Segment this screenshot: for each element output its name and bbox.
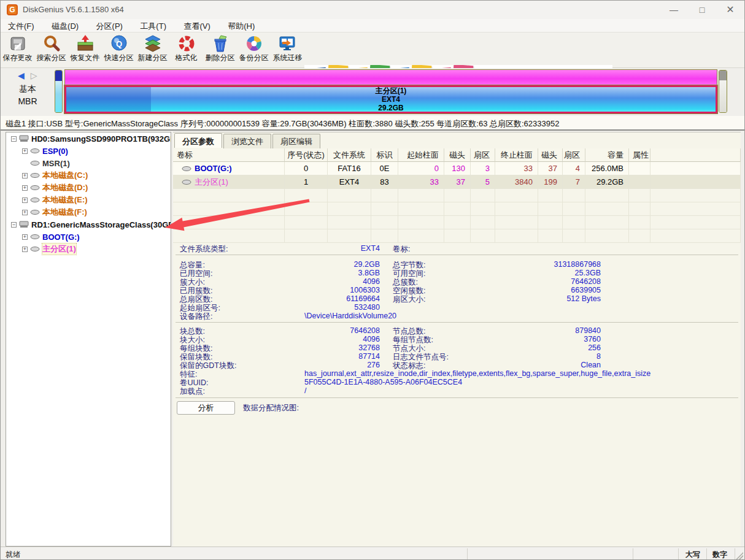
detail-row-uuid: 卷UUID: 5F055C4D-1E1A-4880-A595-A06F04EC5… (173, 378, 741, 386)
col-capacity[interactable]: 容量 (585, 148, 629, 162)
tree-item-esp[interactable]: + ESP(0) (6, 145, 171, 157)
system-migration-button[interactable]: 系统迁移 (271, 34, 304, 67)
tree-item-hd0[interactable]: − HD0:SamsungSSD990PRO1TB(932GB) (6, 132, 171, 145)
volume-icon (182, 166, 191, 172)
table-empty-row (173, 189, 741, 202)
col-start-sector[interactable]: 扇区 (471, 148, 495, 162)
tab-sector-edit[interactable]: 扇区编辑 (272, 134, 320, 148)
detail-value: 8 (480, 352, 601, 361)
tree-item-msr[interactable]: MSR(1) (6, 157, 171, 169)
detail-row-features: 特征: has_journal,ext_attr,resize_inode,di… (173, 369, 741, 378)
col-index-state[interactable]: 序号(状态) (285, 148, 328, 162)
cell-start-cylinder: 0 (398, 162, 444, 175)
volume-icon (30, 172, 40, 178)
col-end-head[interactable]: 磁头 (538, 148, 563, 162)
menu-file[interactable]: 文件(F) (1, 19, 42, 34)
col-attributes[interactable]: 属性 (629, 148, 650, 162)
tab-browse-files[interactable]: 浏览文件 (223, 134, 271, 148)
cell-start-sector: 5 (471, 175, 495, 189)
detail-value: 3.8GB (259, 269, 380, 277)
menu-disk[interactable]: 磁盘(D) (44, 19, 86, 34)
pinwheel-icon (245, 34, 263, 53)
tree-item-label: 本地磁盘(C:) (42, 170, 88, 181)
detail-value: 32768 (259, 343, 380, 352)
tree-item-boot-g[interactable]: + BOOT(G:) (6, 231, 171, 243)
save-changes-button[interactable]: 保存更改 (1, 34, 34, 67)
cell-filler (650, 175, 741, 189)
collapse-icon[interactable]: − (11, 222, 17, 228)
col-start-head[interactable]: 磁头 (444, 148, 471, 162)
tree-item-disk-d[interactable]: + 本地磁盘(D:) (6, 182, 171, 194)
col-volume-label[interactable]: 卷标 (173, 148, 285, 162)
col-filler (650, 148, 741, 162)
volume-icon (30, 209, 40, 215)
detail-value: 7646208 (480, 277, 601, 286)
detail-row-device-path: 设备路径: \Device\HarddiskVolume20 (173, 312, 741, 320)
col-end-cylinder[interactable]: 终止柱面 (495, 148, 538, 162)
tree-item-disk-f[interactable]: + 本地磁盘(F:) (6, 206, 171, 218)
quick-partition-button[interactable]: Q 快速分区 (102, 34, 136, 67)
table-header-row: 卷标 序号(状态) 文件系统 标识 起始柱面 磁头 扇区 终止柱面 磁头 扇区 … (173, 148, 741, 162)
save-icon (9, 34, 27, 53)
menu-view[interactable]: 查看(V) (176, 19, 217, 34)
expand-icon[interactable]: + (22, 198, 28, 203)
new-partition-button[interactable]: 新建分区 (136, 34, 169, 67)
next-disk-icon[interactable]: ▷ (31, 71, 37, 80)
collapse-icon[interactable]: − (11, 136, 17, 142)
disk-mode-basic: 基本 (1, 83, 55, 95)
detail-row-fs-type: 文件系统类型: EXT4 卷标: (173, 244, 741, 253)
col-filesystem[interactable]: 文件系统 (328, 148, 371, 162)
resize-grip[interactable] (736, 552, 743, 559)
backup-partition-button[interactable]: 备份分区 (237, 34, 271, 67)
expand-icon[interactable]: + (22, 210, 28, 215)
col-start-cylinder[interactable]: 起始柱面 (398, 148, 444, 162)
table-empty-row (173, 216, 741, 229)
expand-icon[interactable]: + (22, 173, 28, 178)
menu-help[interactable]: 帮助(H) (220, 19, 262, 34)
analyze-button[interactable]: 分析 (177, 401, 235, 415)
detail-value: 87714 (259, 352, 380, 361)
detail-row: 已用簇数: 1006303 空闲簇数: 6639905 (173, 286, 741, 294)
minimize-button[interactable]: — (660, 1, 688, 19)
partition-label: 主分区(1) EXT4 29.2GB (64, 85, 717, 113)
table-row-boot[interactable]: BOOT(G:) 0 FAT16 0E 0 130 3 33 37 4 256.… (173, 162, 741, 175)
tree-item-rd1[interactable]: − RD1:GenericMassStorageClass(30GB) (6, 218, 171, 231)
menu-tools[interactable]: 工具(T) (133, 19, 174, 34)
tree-item-disk-c[interactable]: + 本地磁盘(C:) (6, 169, 171, 182)
partition-block-boot[interactable] (55, 70, 63, 113)
tree-item-primary-partition[interactable]: + 主分区(1) (6, 243, 171, 255)
tree-item-disk-e[interactable]: + 本地磁盘(E:) (6, 194, 171, 206)
maximize-button[interactable]: □ (688, 1, 716, 19)
tab-partition-params[interactable]: 分区参数 (174, 133, 222, 148)
recover-files-button[interactable]: 恢复文件 (68, 34, 102, 67)
tree-item-label: 本地磁盘(D:) (42, 182, 88, 193)
col-id[interactable]: 标识 (371, 148, 398, 162)
expand-icon[interactable]: + (22, 234, 28, 240)
tree-item-label: 本地磁盘(F:) (42, 207, 87, 218)
col-end-sector[interactable]: 扇区 (563, 148, 585, 162)
menu-partition[interactable]: 分区(P) (89, 19, 130, 34)
disk-mode-label: 基本 MBR (1, 83, 55, 107)
partition-type-band (64, 69, 717, 85)
tree-item-label: ESP(0) (42, 147, 68, 156)
table-row-primary-partition[interactable]: 主分区(1) 1 EXT4 83 33 37 5 3840 199 7 29.2… (173, 175, 741, 189)
disk-nav: ◀ ▷ (18, 71, 37, 80)
separator (176, 397, 738, 398)
delete-partition-button[interactable]: 删除分区 (203, 34, 237, 67)
separator (176, 322, 738, 323)
expand-icon[interactable]: + (22, 185, 28, 191)
detail-value: EXT4 (259, 244, 380, 253)
detail-value: 7646208 (259, 326, 380, 335)
partition-block-main[interactable]: 主分区(1) EXT4 29.2GB (64, 69, 717, 113)
cell-end-sector: 4 (563, 162, 585, 175)
recover-icon (76, 34, 95, 53)
search-partition-button[interactable]: 搜索分区 (34, 34, 68, 67)
prev-disk-icon[interactable]: ◀ (18, 71, 25, 80)
detail-value: 61169664 (259, 294, 380, 303)
close-button[interactable]: ✕ (716, 1, 744, 19)
detail-row: 起始扇区号: 532480 (173, 303, 741, 312)
expand-icon[interactable]: + (22, 247, 28, 252)
expand-icon[interactable]: + (22, 148, 28, 154)
format-button[interactable]: 格式化 (169, 34, 203, 67)
detail-value: 5F055C4D-1E1A-4880-A595-A06F04EC5CE4 (304, 378, 462, 386)
